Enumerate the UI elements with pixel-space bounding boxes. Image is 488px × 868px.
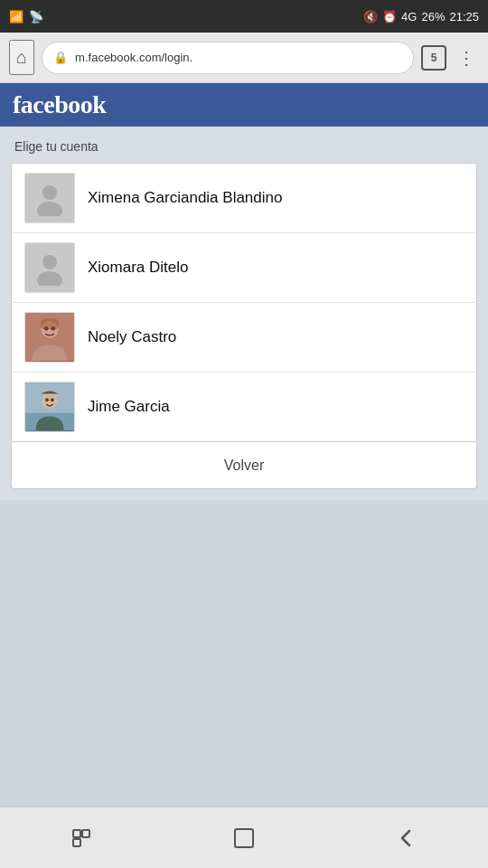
svg-point-1 bbox=[37, 202, 62, 216]
account-name-ximena: Ximena Garciandia Blandino bbox=[88, 189, 282, 207]
svg-point-3 bbox=[37, 271, 62, 286]
jime-photo-svg bbox=[25, 382, 74, 431]
browser-menu-button[interactable]: ⋮ bbox=[454, 43, 479, 72]
person-icon-ximena bbox=[32, 180, 68, 216]
svg-rect-15 bbox=[73, 839, 80, 846]
facebook-logo: facebook bbox=[13, 90, 106, 119]
recent-apps-icon bbox=[70, 827, 92, 849]
recent-apps-button[interactable] bbox=[52, 818, 110, 858]
square-icon bbox=[232, 826, 256, 850]
avatar-photo-jime bbox=[25, 382, 74, 431]
avatar-photo-noely bbox=[25, 313, 74, 362]
noely-photo-svg bbox=[25, 313, 74, 362]
account-name-noely: Noely Castro bbox=[88, 328, 176, 346]
volver-button[interactable]: Volver bbox=[11, 442, 477, 489]
account-name-jime: Jime Garcia bbox=[88, 398, 170, 416]
account-item-ximena[interactable]: Ximena Garciandia Blandino bbox=[12, 164, 476, 233]
url-bar[interactable]: 🔒 m.facebook.com/login. bbox=[42, 42, 414, 74]
svg-point-13 bbox=[51, 398, 54, 401]
svg-point-0 bbox=[42, 185, 57, 200]
battery-text: 26% bbox=[421, 10, 445, 24]
svg-rect-16 bbox=[82, 830, 89, 837]
browser-bar: ⌂ 🔒 m.facebook.com/login. 5 ⋮ bbox=[0, 33, 488, 83]
avatar-jime bbox=[24, 382, 75, 432]
avatar-placeholder-xiomara bbox=[25, 243, 74, 292]
back-button[interactable] bbox=[378, 818, 436, 858]
account-name-xiomara: Xiomara Ditelo bbox=[88, 259, 189, 277]
avatar-placeholder-ximena bbox=[25, 174, 74, 222]
avatar-ximena bbox=[24, 173, 75, 223]
url-text: m.facebook.com/login. bbox=[75, 51, 192, 64]
choose-account-label: Elige tu cuenta bbox=[11, 139, 477, 154]
svg-point-12 bbox=[45, 398, 49, 401]
wifi-icon: 📶 bbox=[9, 10, 23, 24]
svg-rect-14 bbox=[73, 830, 80, 837]
home-button[interactable]: ⌂ bbox=[9, 40, 34, 75]
account-item-jime[interactable]: Jime Garcia bbox=[12, 373, 476, 441]
status-left: 📶 📡 bbox=[9, 10, 43, 24]
status-bar: 📶 📡 🔇 ⏰ 4G 26% 21:25 bbox=[0, 0, 488, 33]
facebook-header: facebook bbox=[0, 83, 488, 127]
account-list: Ximena Garciandia Blandino Xiomara Ditel… bbox=[11, 163, 477, 442]
tab-badge[interactable]: 5 bbox=[421, 45, 446, 71]
svg-point-2 bbox=[42, 255, 57, 269]
main-content: Elige tu cuenta Ximena Garciandia Blandi… bbox=[0, 127, 488, 500]
bottom-navigation-bar bbox=[0, 807, 488, 868]
alarm-icon: ⏰ bbox=[382, 10, 397, 24]
time-display: 21:25 bbox=[449, 10, 479, 24]
avatar-xiomara bbox=[24, 242, 75, 293]
account-item-xiomara[interactable]: Xiomara Ditelo bbox=[12, 233, 476, 303]
person-icon-xiomara bbox=[32, 250, 68, 286]
mute-icon: 🔇 bbox=[363, 10, 378, 24]
lock-icon: 🔒 bbox=[53, 51, 68, 64]
svg-rect-17 bbox=[235, 829, 253, 847]
status-right: 🔇 ⏰ 4G 26% 21:25 bbox=[363, 10, 479, 24]
account-item-noely[interactable]: Noely Castro bbox=[12, 303, 476, 373]
signal-text: 4G bbox=[401, 10, 417, 24]
svg-rect-8 bbox=[41, 319, 58, 330]
avatar-noely bbox=[24, 312, 75, 363]
sim-icon: 📡 bbox=[29, 10, 43, 24]
back-icon bbox=[396, 827, 418, 849]
home-nav-button[interactable] bbox=[214, 817, 274, 859]
